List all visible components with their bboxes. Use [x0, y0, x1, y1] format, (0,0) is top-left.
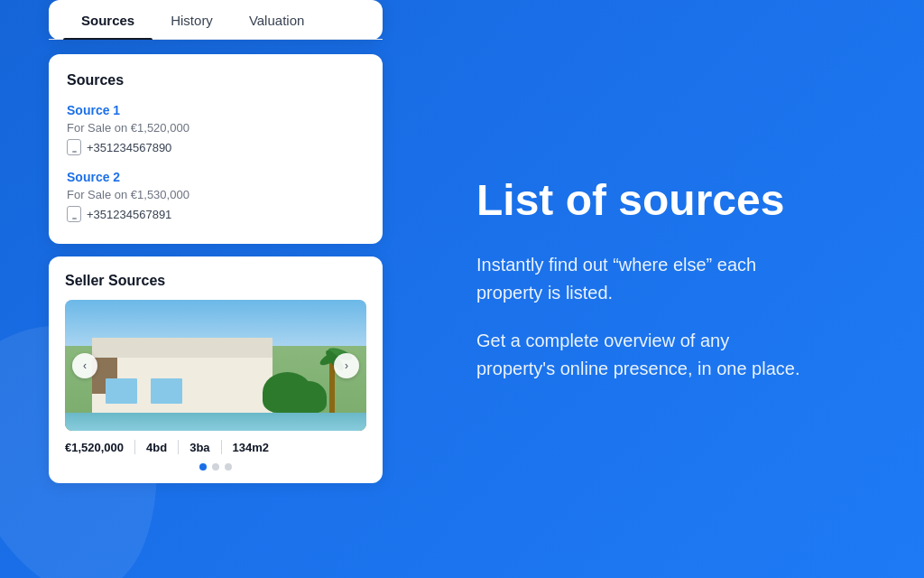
- seller-sources-title: Seller Sources: [65, 273, 366, 289]
- left-panel: Sources History Valuation Sources Source…: [0, 0, 431, 578]
- source-2-phone-number: +351234567891: [87, 208, 171, 221]
- desc-2: Get a complete overview of any property'…: [476, 327, 801, 383]
- phone-icon-1: [67, 139, 81, 155]
- property-beds: 4bd: [135, 441, 178, 454]
- tab-bar: Sources History Valuation: [49, 0, 383, 40]
- next-arrow[interactable]: ›: [334, 353, 359, 378]
- property-stats: €1,520,000 4bd 3ba 134m2: [65, 440, 366, 454]
- source-1-link[interactable]: Source 1: [67, 103, 365, 117]
- tab-valuation[interactable]: Valuation: [231, 0, 322, 39]
- desc-1: Instantly find out “where else” each pro…: [476, 251, 801, 307]
- seller-card: Seller Sources: [49, 256, 383, 483]
- source-2-phone-row: +351234567891: [67, 206, 365, 222]
- property-baths: 3ba: [179, 441, 220, 454]
- property-area: 134m2: [222, 441, 280, 454]
- property-image: ‹ ›: [65, 300, 366, 431]
- dot-3[interactable]: [225, 463, 232, 471]
- source-1-phone-row: +351234567890: [67, 139, 365, 155]
- source-1-price: For Sale on €1,520,000: [67, 121, 365, 135]
- prev-arrow[interactable]: ‹: [72, 353, 97, 378]
- source-2-link[interactable]: Source 2: [67, 170, 365, 184]
- main-title: List of sources: [476, 175, 879, 225]
- tab-card: Sources History Valuation: [49, 0, 383, 40]
- sources-card: Sources Source 1 For Sale on €1,520,000 …: [49, 54, 383, 244]
- tab-history[interactable]: History: [152, 0, 231, 39]
- source-item-2: Source 2 For Sale on €1,530,000 +3512345…: [67, 170, 365, 222]
- dot-1[interactable]: [199, 463, 207, 471]
- house-roof: [92, 338, 273, 358]
- house-window-2: [151, 378, 182, 404]
- source-1-phone-number: +351234567890: [87, 141, 171, 154]
- phone-icon-2: [67, 206, 81, 222]
- house-window-1: [106, 378, 137, 404]
- photo-art: [65, 300, 366, 431]
- pool-area: [65, 413, 366, 431]
- house-body: [92, 356, 273, 415]
- sources-title: Sources: [67, 72, 365, 89]
- tab-sources[interactable]: Sources: [63, 0, 152, 39]
- property-price: €1,520,000: [65, 441, 134, 454]
- dots-row: [65, 463, 366, 471]
- source-2-price: For Sale on €1,530,000: [67, 188, 365, 201]
- bush-right: [263, 372, 312, 413]
- right-panel: List of sources Instantly find out “wher…: [431, 0, 924, 578]
- source-item-1: Source 1 For Sale on €1,520,000 +3512345…: [67, 103, 365, 155]
- dot-2[interactable]: [212, 463, 219, 471]
